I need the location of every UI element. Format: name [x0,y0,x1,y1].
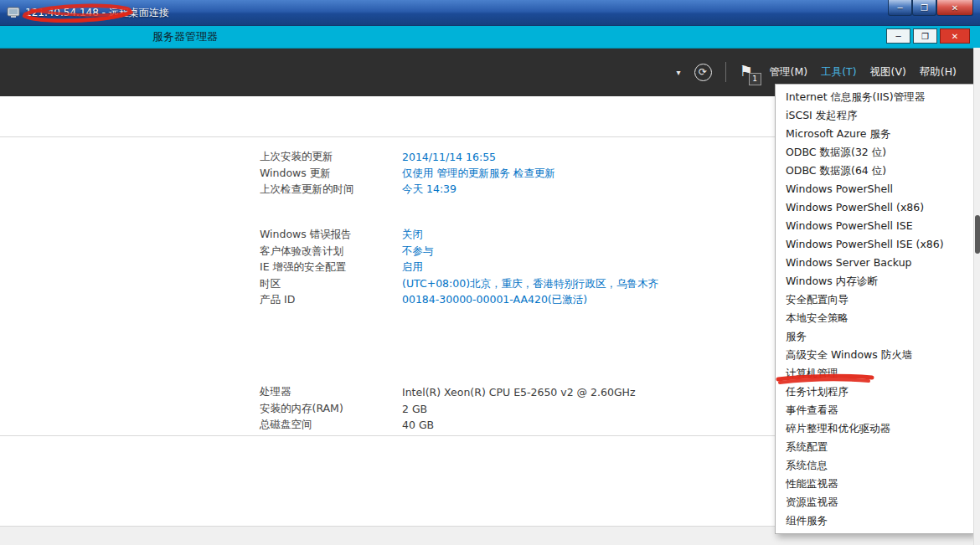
minimize-icon: ─ [895,32,900,41]
restore-icon: ❐ [921,32,929,41]
refresh-icon[interactable]: ⟳ [694,64,712,81]
property-value: 40 GB [402,419,434,431]
tools-menu-item[interactable]: Windows PowerShell ISE (x86) [776,235,973,254]
property-value[interactable]: 启用 [402,260,423,275]
server-manager-close-button[interactable]: ✕ [940,28,970,44]
property-label: 时区 [260,277,402,291]
property-label: 总磁盘空间 [260,418,402,432]
property-value[interactable]: 今天 14:39 [402,183,456,197]
property-value: Intel(R) Xeon(R) CPU E5-2650 v2 @ 2.60GH… [402,386,636,398]
tools-menu-item[interactable]: iSCSI 发起程序 [776,106,973,125]
property-label: 产品 ID [260,293,402,307]
restore-icon: ❐ [921,3,928,13]
tools-menu-item[interactable]: 资源监视器 [776,493,973,512]
property-label: 上次安装的更新 [260,150,402,164]
tools-menu-item[interactable]: Windows PowerShell (x86) [776,198,973,217]
property-value[interactable]: 2014/11/14 16:55 [402,151,496,163]
property-value[interactable]: 关闭 [402,228,423,242]
menu-manage[interactable]: 管理(M) [770,65,808,80]
refresh-glyph: ⟳ [699,66,707,78]
property-value[interactable]: 00184-30000-00001-AA420(已激活) [402,293,587,307]
rdp-window-title: 121.40.54.148 - 远程桌面连接 [25,0,169,25]
tools-menu-item[interactable]: 本地安全策略 [776,309,973,327]
tools-menu-item[interactable]: Internet 信息服务(IIS)管理器 [776,88,973,106]
toolbar-separator [725,62,726,82]
tools-menu-item[interactable]: Windows Server Backup [776,254,973,272]
tools-menu-item[interactable]: 系统配置 [776,438,973,456]
tools-menu-item[interactable]: 组件服务 [776,512,973,530]
server-manager-title: 服务器管理器 [152,25,218,48]
rdp-window-controls: ─ ❐ ✕ [888,0,973,16]
property-label: 安装的内存(RAM) [260,402,402,416]
vertical-scrollbar[interactable] [973,48,980,545]
server-manager-window-controls: ─ ❐ ✕ [886,28,970,44]
rdp-computer-icon [7,6,20,19]
menu-tools[interactable]: 工具(T) [821,65,856,80]
property-label: Windows 更新 [260,167,402,181]
property-label: 上次检查更新的时间 [260,183,402,197]
server-manager-minimize-button[interactable]: ─ [886,28,910,44]
tools-menu-item[interactable]: Microsoft Azure 服务 [776,125,973,143]
server-manager-restore-button[interactable]: ❐ [913,28,937,44]
property-label: 处理器 [260,385,402,399]
tools-menu: Internet 信息服务(IIS)管理器iSCSI 发起程序Microsoft… [775,84,974,534]
scrollbar-thumb[interactable] [975,215,980,254]
rdp-restore-button[interactable]: ❐ [912,0,936,16]
menu-view[interactable]: 视图(V) [870,65,906,80]
notifications-flag-button[interactable]: ⚑ 1 [740,62,756,82]
tools-menu-list: Internet 信息服务(IIS)管理器iSCSI 发起程序Microsoft… [776,88,973,530]
property-label: IE 增强的安全配置 [260,260,402,275]
tools-menu-item[interactable]: Windows PowerShell ISE [776,217,973,235]
property-label: Windows 错误报告 [260,228,402,242]
rdp-minimize-button[interactable]: ─ [888,0,912,16]
rdp-ip-address: 121.40.54.148 [25,7,99,18]
server-manager-title-bar: 服务器管理器 ─ ❐ ✕ [0,25,980,49]
remote-desktop-screen: 121.40.54.148 - 远程桌面连接 ─ ❐ ✕ 服务器管理器 ─ ❐ … [0,0,980,545]
property-value[interactable]: (UTC+08:00)北京，重庆，香港特别行政区，乌鲁木齐 [402,277,658,291]
tools-menu-item[interactable]: 任务计划程序 [776,383,973,401]
tools-menu-item[interactable]: 计算机管理 [776,364,973,383]
tools-menu-item[interactable]: 高级安全 Windows 防火墙 [776,346,973,364]
tools-menu-item[interactable]: 系统信息 [776,456,973,475]
close-icon: ✕ [952,32,958,41]
tools-menu-item[interactable]: Windows 内存诊断 [776,272,973,290]
property-value[interactable]: 不参与 [402,244,434,259]
rdp-title-suffix: - 远程桌面连接 [99,7,169,18]
tools-menu-item[interactable]: ODBC 数据源(32 位) [776,143,973,162]
tools-menu-item[interactable]: Windows PowerShell [776,180,973,198]
tools-menu-item[interactable]: ODBC 数据源(64 位) [776,162,973,180]
menu-help[interactable]: 帮助(H) [920,65,957,80]
rdp-close-button[interactable]: ✕ [936,0,973,16]
chevron-down-icon[interactable]: ▾ [677,68,681,77]
property-value[interactable]: 仅使用 管理的更新服务 检查更新 [402,167,555,181]
tools-menu-item[interactable]: 安全配置向导 [776,290,973,309]
property-label: 客户体验改善计划 [260,244,402,259]
tools-menu-item[interactable]: 碎片整理和优化驱动器 [776,419,973,438]
property-value: 2 GB [402,403,427,415]
tools-menu-item[interactable]: 性能监视器 [776,475,973,493]
tools-menu-item[interactable]: 事件查看器 [776,401,973,419]
minimize-icon: ─ [897,3,902,13]
tools-menu-item[interactable]: 服务 [776,327,973,346]
close-icon: ✕ [952,3,958,13]
notification-count-badge: 1 [749,73,761,85]
rdp-title-bar: 121.40.54.148 - 远程桌面连接 ─ ❐ ✕ [0,0,980,26]
